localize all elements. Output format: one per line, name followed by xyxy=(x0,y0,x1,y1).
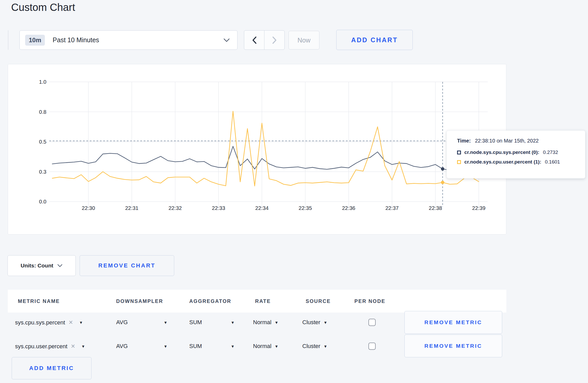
svg-text:0.8: 0.8 xyxy=(39,109,47,115)
chart-tooltip: Time:22:38:10 on Mar 15th, 2022 cr.node.… xyxy=(446,130,585,179)
source-select[interactable]: Cluster ▼ xyxy=(302,319,327,326)
caret-down-icon[interactable]: ▼ xyxy=(231,320,235,325)
remove-metric-button[interactable]: REMOVE METRIC xyxy=(404,335,502,357)
caret-down-icon[interactable]: ▼ xyxy=(79,320,83,325)
tooltip-series-row: cr.node.sys.cpu.sys.percent (0): 0.2732 xyxy=(457,150,585,155)
per-node-checkbox[interactable] xyxy=(368,319,376,326)
source-select[interactable]: Cluster ▼ xyxy=(302,343,327,350)
tooltip-series-name: cr.node.sys.cpu.user.percent (1): xyxy=(464,159,541,165)
svg-text:0.0: 0.0 xyxy=(39,198,47,204)
svg-text:1.0: 1.0 xyxy=(39,79,47,85)
chevron-down-icon xyxy=(57,264,62,267)
remove-chart-button[interactable]: REMOVE CHART xyxy=(80,255,174,276)
metric-name-dropdown[interactable]: sys.cpu.sys.percent × ▼ xyxy=(15,318,83,327)
downsampler-select[interactable]: AVG xyxy=(116,343,128,350)
clear-metric-icon[interactable]: × xyxy=(71,342,75,350)
caret-down-icon[interactable]: ▼ xyxy=(164,320,167,325)
svg-text:22:39: 22:39 xyxy=(472,205,485,211)
rate-value: Normal xyxy=(253,343,271,350)
column-header-aggregator: AGGREGATOR xyxy=(189,298,231,304)
series-swatch-user-icon xyxy=(457,160,461,164)
chart-card: 22:3022:3122:3222:3322:3422:3522:3622:37… xyxy=(8,64,506,235)
svg-text:22:34: 22:34 xyxy=(255,205,269,211)
aggregator-select[interactable]: SUM xyxy=(189,343,202,350)
rate-select[interactable]: Normal ▼ xyxy=(253,343,278,350)
caret-down-icon[interactable]: ▼ xyxy=(81,344,85,349)
now-button[interactable]: Now xyxy=(289,31,319,49)
column-header-per-node: PER NODE xyxy=(354,298,385,304)
series-swatch-sys-icon xyxy=(457,151,461,154)
source-value: Cluster xyxy=(302,319,320,326)
chevron-down-icon xyxy=(223,38,230,42)
column-header-source: SOURCE xyxy=(306,298,331,304)
tooltip-series-value: 0.2732 xyxy=(543,150,558,155)
time-range-select[interactable]: 10m Past 10 Minutes xyxy=(19,30,237,50)
add-metric-button[interactable]: ADD METRIC xyxy=(12,357,92,379)
svg-text:22:38: 22:38 xyxy=(429,205,442,211)
svg-text:22:32: 22:32 xyxy=(169,205,182,211)
tooltip-time-label: Time: xyxy=(457,138,471,144)
page-title: Custom Chart xyxy=(11,2,75,13)
caret-down-icon: ▼ xyxy=(275,320,278,325)
svg-text:22:36: 22:36 xyxy=(342,205,355,211)
tooltip-series-value: 0.1601 xyxy=(545,159,560,165)
add-chart-button[interactable]: ADD CHART xyxy=(336,30,413,50)
tooltip-series-name: cr.node.sys.cpu.sys.percent (0): xyxy=(464,150,539,155)
svg-text:22:37: 22:37 xyxy=(385,205,398,211)
caret-down-icon: ▼ xyxy=(324,344,327,349)
toolbar-divider xyxy=(8,30,8,50)
column-header-metric-name: METRIC NAME xyxy=(18,298,60,304)
metric-name-value: sys.cpu.sys.percent xyxy=(15,319,65,326)
column-header-rate: RATE xyxy=(255,298,271,304)
downsampler-select[interactable]: AVG xyxy=(116,319,128,326)
metric-name-value: sys.cpu.user.percent xyxy=(15,343,67,350)
aggregator-select[interactable]: SUM xyxy=(189,319,202,326)
time-range-badge: 10m xyxy=(25,35,45,46)
time-pager xyxy=(244,30,285,50)
svg-text:22:33: 22:33 xyxy=(212,205,225,211)
units-label: Units: Count xyxy=(21,263,53,269)
tooltip-time-row: Time:22:38:10 on Mar 15th, 2022 xyxy=(457,138,585,144)
next-time-button[interactable] xyxy=(264,31,284,49)
prev-time-button[interactable] xyxy=(244,31,264,49)
remove-metric-button[interactable]: REMOVE METRIC xyxy=(404,311,502,334)
caret-down-icon[interactable]: ▼ xyxy=(231,344,235,349)
svg-text:22:31: 22:31 xyxy=(125,205,138,211)
svg-text:0.3: 0.3 xyxy=(39,169,47,175)
column-header-downsampler: DOWNSAMPLER xyxy=(116,298,163,304)
svg-text:0.5: 0.5 xyxy=(39,139,47,145)
rate-value: Normal xyxy=(253,319,271,326)
chevron-left-icon xyxy=(252,36,257,44)
svg-text:22:35: 22:35 xyxy=(299,205,312,211)
svg-text:22:30: 22:30 xyxy=(82,205,95,211)
source-value: Cluster xyxy=(302,343,320,350)
tooltip-time-value: 22:38:10 on Mar 15th, 2022 xyxy=(475,138,539,144)
chevron-right-icon xyxy=(272,36,277,44)
time-range-label: Past 10 Minutes xyxy=(53,36,99,44)
tooltip-series-row: cr.node.sys.cpu.user.percent (1): 0.1601 xyxy=(457,159,585,165)
clear-metric-icon[interactable]: × xyxy=(69,318,73,327)
metric-name-dropdown[interactable]: sys.cpu.user.percent × ▼ xyxy=(15,342,85,350)
cpu-line-chart[interactable]: 22:3022:3122:3222:3322:3422:3522:3622:37… xyxy=(8,64,507,235)
units-select[interactable]: Units: Count xyxy=(8,255,76,276)
caret-down-icon[interactable]: ▼ xyxy=(164,344,167,349)
metrics-table-header: METRIC NAME DOWNSAMPLER AGGREGATOR RATE … xyxy=(8,290,506,313)
per-node-checkbox[interactable] xyxy=(368,343,376,350)
rate-select[interactable]: Normal ▼ xyxy=(253,319,278,326)
caret-down-icon: ▼ xyxy=(324,320,327,325)
caret-down-icon: ▼ xyxy=(275,344,278,349)
